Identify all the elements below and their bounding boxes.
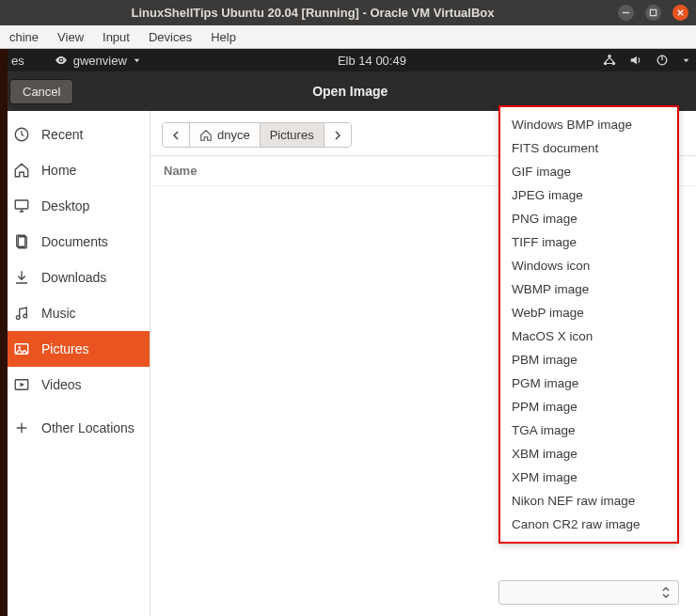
- chevron-down-icon: [133, 56, 141, 65]
- videos-icon: [13, 376, 30, 393]
- filter-option[interactable]: PPM image: [500, 395, 677, 419]
- vbox-menubar: chine View Input Devices Help: [0, 25, 696, 49]
- svg-point-10: [16, 316, 20, 320]
- eye-icon: [55, 54, 68, 67]
- close-button[interactable]: [672, 5, 688, 21]
- sidebar-item-other-locations[interactable]: Other Locations: [0, 410, 150, 446]
- cancel-button[interactable]: Cancel: [9, 79, 73, 104]
- sidebar-item-home[interactable]: Home: [0, 152, 150, 188]
- path-current-segment[interactable]: Pictures: [261, 123, 324, 147]
- svg-point-13: [18, 346, 21, 349]
- sidebar-item-label: Videos: [41, 377, 82, 392]
- filter-option[interactable]: Nikon NEF raw image: [500, 489, 677, 513]
- filter-option[interactable]: PGM image: [500, 371, 677, 395]
- sidebar-item-documents[interactable]: Documents: [0, 224, 150, 260]
- svg-point-4: [612, 62, 616, 66]
- app-menu[interactable]: gwenview: [36, 54, 141, 68]
- app-menu-label: gwenview: [73, 54, 127, 68]
- home-icon: [199, 129, 213, 142]
- sidebar-item-pictures[interactable]: Pictures: [0, 331, 150, 367]
- home-icon: [13, 162, 30, 179]
- path-forward-button[interactable]: [324, 123, 351, 147]
- filter-option[interactable]: WebP image: [500, 301, 677, 324]
- file-type-filter-menu: Windows BMP imageFITS documentGIF imageJ…: [498, 105, 679, 544]
- sidebar-item-label: Desktop: [41, 198, 89, 213]
- dialog-title: Open Image: [73, 84, 626, 99]
- filter-option[interactable]: MacOS X icon: [500, 324, 677, 348]
- sidebar-item-recent[interactable]: Recent: [0, 117, 150, 152]
- vbox-menu-devices[interactable]: Devices: [139, 27, 201, 47]
- filter-option[interactable]: PBM image: [500, 348, 677, 371]
- sidebar-item-label: Recent: [41, 127, 83, 142]
- svg-point-3: [604, 62, 608, 66]
- places-sidebar: RecentHomeDesktopDocumentsDownloadsMusic…: [0, 111, 150, 616]
- filter-option[interactable]: XBM image: [500, 442, 677, 466]
- path-current-label: Pictures: [270, 128, 314, 142]
- svg-point-1: [60, 59, 62, 61]
- path-back-button[interactable]: [163, 123, 190, 147]
- vbox-menu-input[interactable]: Input: [93, 27, 139, 47]
- downloads-icon: [13, 269, 30, 286]
- filter-option[interactable]: Canon CR2 raw image: [500, 513, 677, 536]
- vbox-menu-help[interactable]: Help: [201, 27, 245, 47]
- minimize-button[interactable]: [618, 5, 634, 21]
- vbox-titlebar: LinuxShellTips Ubuntu 20.04 [Running] - …: [0, 0, 696, 25]
- sidebar-item-label: Music: [41, 306, 76, 321]
- power-icon[interactable]: [656, 54, 669, 67]
- sidebar-item-label: Downloads: [41, 270, 106, 285]
- chevron-down-icon[interactable]: [682, 56, 690, 65]
- sidebar-item-downloads[interactable]: Downloads: [0, 260, 150, 295]
- svg-point-2: [608, 55, 611, 58]
- svg-rect-7: [15, 200, 28, 209]
- clock-icon: [13, 126, 30, 143]
- vbox-menu-machine[interactable]: chine: [0, 27, 48, 47]
- panel-clock[interactable]: Elb 14 00:49: [141, 54, 603, 68]
- pictures-icon: [13, 340, 30, 357]
- ubuntu-launcher-sliver: [0, 49, 8, 616]
- file-type-combo[interactable]: [498, 580, 679, 605]
- sidebar-item-videos[interactable]: Videos: [0, 367, 150, 403]
- sidebar-item-label: Documents: [41, 234, 108, 249]
- volume-icon[interactable]: [629, 54, 642, 67]
- path-home-segment[interactable]: dnyce: [190, 123, 261, 147]
- sidebar-item-desktop[interactable]: Desktop: [0, 188, 150, 224]
- filter-option[interactable]: Windows BMP image: [500, 113, 677, 136]
- music-icon: [13, 305, 30, 322]
- documents-icon: [13, 233, 30, 250]
- svg-point-11: [24, 314, 27, 318]
- sidebar-item-label: Home: [41, 163, 76, 178]
- sidebar-item-label: Other Locations: [41, 420, 134, 435]
- vbox-menu-view[interactable]: View: [48, 27, 93, 47]
- filter-option[interactable]: GIF image: [500, 160, 677, 183]
- desktop-icon: [13, 197, 30, 214]
- filter-option[interactable]: TIFF image: [500, 230, 677, 254]
- ubuntu-top-panel: es gwenview Elb 14 00:49: [0, 49, 696, 71]
- maximize-button[interactable]: [645, 5, 661, 21]
- vbox-window-title: LinuxShellTips Ubuntu 20.04 [Running] - …: [8, 6, 618, 20]
- path-home-label: dnyce: [217, 128, 250, 142]
- svg-rect-0: [650, 9, 656, 15]
- filter-option[interactable]: PNG image: [500, 207, 677, 230]
- activities-corner[interactable]: es: [6, 54, 30, 68]
- filter-option[interactable]: TGA image: [500, 419, 677, 442]
- plus-icon: [13, 419, 30, 436]
- filter-option[interactable]: JPEG image: [500, 183, 677, 207]
- combo-updown-icon: [661, 586, 671, 599]
- network-icon[interactable]: [603, 54, 616, 67]
- filter-option[interactable]: FITS document: [500, 136, 677, 160]
- filter-option[interactable]: XPM image: [500, 466, 677, 489]
- sidebar-item-label: Pictures: [41, 341, 89, 356]
- sidebar-item-music[interactable]: Music: [0, 295, 150, 331]
- filter-option[interactable]: Windows icon: [500, 254, 677, 277]
- filter-option[interactable]: WBMP image: [500, 277, 677, 301]
